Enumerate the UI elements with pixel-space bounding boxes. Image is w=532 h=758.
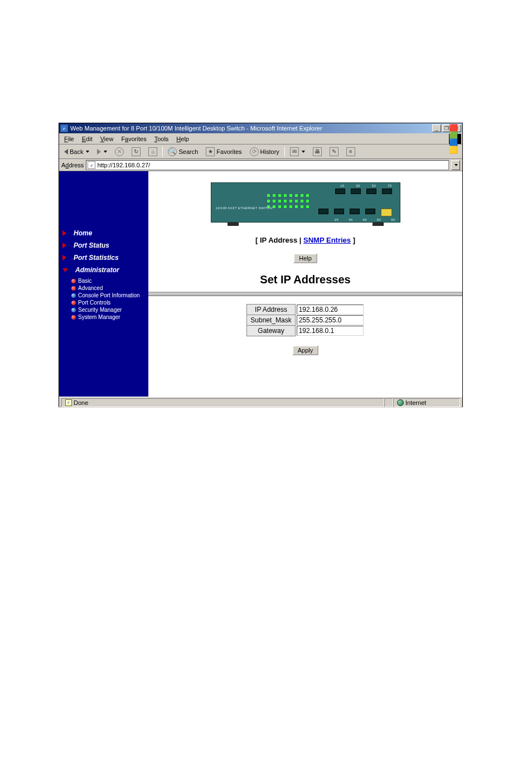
- favorites-icon: ★: [206, 147, 215, 156]
- switch-image: 1X3X5X7X 10/100 FAST ETHERNET SWITCH 2X4…: [211, 182, 400, 223]
- status-text: Done: [74, 399, 88, 406]
- edit-button[interactable]: ✎: [327, 146, 341, 157]
- address-field[interactable]: e http://192.168.0.27/: [86, 160, 449, 170]
- print-icon: 🖶: [313, 147, 322, 156]
- sidebar-item-port-statistics[interactable]: Port Statistics: [59, 252, 148, 264]
- gateway-field[interactable]: [297, 326, 364, 336]
- bullet-icon: [71, 293, 76, 298]
- sidebar-item-label: Port Status: [70, 240, 113, 250]
- mail-icon: ✉: [290, 147, 299, 156]
- sidebar-item-label: Administrator: [71, 265, 123, 275]
- gateway-label: Gateway: [247, 326, 295, 336]
- menu-view[interactable]: View: [96, 134, 118, 143]
- discuss-button[interactable]: ≡: [344, 146, 358, 157]
- divider-bar: [148, 292, 462, 296]
- chevron-down-icon: [454, 164, 458, 166]
- minimize-button[interactable]: _: [432, 124, 441, 132]
- submenu-security-manager[interactable]: Security Manager: [71, 306, 148, 313]
- subnet-mask-label: Subnet_Mask: [247, 315, 295, 326]
- sidebar-item-administrator[interactable]: Administrator: [59, 264, 148, 276]
- status-zone: Internet: [393, 398, 460, 407]
- help-button[interactable]: Help: [293, 253, 317, 263]
- print-button[interactable]: 🖶: [310, 146, 325, 157]
- sidebar-item-label: Home: [70, 228, 96, 238]
- ie-icon: e: [60, 124, 68, 132]
- menu-tools[interactable]: Tools: [151, 134, 173, 143]
- statusbar: e Done Internet: [59, 397, 462, 408]
- submenu-advanced[interactable]: Advanced: [71, 284, 148, 292]
- bullet-icon: [71, 301, 76, 305]
- subnet-mask-field[interactable]: [297, 315, 364, 325]
- arrow-left-icon: [64, 149, 68, 155]
- search-button[interactable]: 🔍Search: [165, 146, 201, 157]
- bullet-icon: [71, 279, 76, 283]
- submenu-port-controls[interactable]: Port Controls: [71, 299, 148, 306]
- windows-flag-icon: 🟥🟩🟦🟨: [449, 134, 461, 144]
- address-url: http://192.168.0.27/: [97, 162, 447, 168]
- search-icon: 🔍: [168, 147, 177, 156]
- page-heading: Set IP Addresses: [260, 273, 350, 286]
- submenu-console-port-information[interactable]: Console Port Information: [71, 292, 148, 299]
- globe-icon: [397, 399, 404, 406]
- submenu-basic[interactable]: Basic: [71, 277, 148, 284]
- titlebar: e Web Management for 8 Port 10/100M Inte…: [59, 123, 462, 133]
- apply-button[interactable]: Apply: [292, 345, 319, 355]
- sidebar: Home Port Status Port Statistics Adminis…: [59, 171, 148, 397]
- address-dropdown[interactable]: [451, 160, 460, 170]
- refresh-icon: ↻: [132, 147, 141, 156]
- history-icon: ⟳: [250, 147, 259, 156]
- menubar: File Edit View Favorites Tools Help 🟥🟩🟦🟨: [59, 133, 462, 144]
- home-button[interactable]: ⌂: [146, 146, 160, 157]
- sidebar-item-home[interactable]: Home: [59, 227, 148, 239]
- separator: [162, 147, 163, 157]
- refresh-button[interactable]: ↻: [129, 146, 143, 157]
- bullet-icon: [71, 315, 76, 320]
- switch-feet: [211, 223, 400, 226]
- sidebar-item-label: Port Statistics: [70, 253, 123, 263]
- tab-ip-address: IP Address: [260, 236, 297, 244]
- page-icon: e: [88, 161, 95, 169]
- chevron-down-icon: [86, 151, 89, 153]
- triangle-down-icon: [62, 268, 68, 272]
- triangle-right-icon: [62, 255, 66, 260]
- content-area: Home Port Status Port Statistics Adminis…: [59, 171, 462, 397]
- tab-links: [ IP Address | SNMP Entries ]: [255, 236, 355, 244]
- browser-window: e Web Management for 8 Port 10/100M Inte…: [59, 123, 463, 407]
- forward-button[interactable]: [94, 146, 110, 157]
- tab-snmp-entries[interactable]: SNMP Entries: [303, 236, 351, 244]
- menu-help[interactable]: Help: [172, 134, 193, 143]
- edit-icon: ✎: [330, 147, 338, 156]
- triangle-right-icon: [62, 243, 66, 248]
- ip-address-label: IP Address: [247, 305, 295, 315]
- favorites-button[interactable]: ★Favorites: [203, 146, 244, 157]
- main-panel: 1X3X5X7X 10/100 FAST ETHERNET SWITCH 2X4…: [148, 171, 462, 397]
- discuss-icon: ≡: [346, 147, 355, 156]
- menu-edit[interactable]: Edit: [78, 134, 96, 143]
- submenu-system-manager[interactable]: System Manager: [71, 313, 148, 321]
- zone-text: Internet: [405, 399, 426, 406]
- switch-model-label: 10/100 FAST ETHERNET SWITCH: [216, 206, 273, 210]
- document-icon: e: [65, 399, 72, 406]
- home-icon: ⌂: [148, 147, 157, 156]
- mail-button[interactable]: ✉: [287, 146, 308, 157]
- admin-submenu: Basic Advanced Console Port Information …: [59, 276, 148, 321]
- separator: [284, 147, 285, 157]
- status-left: e Done: [61, 398, 384, 407]
- ip-form: IP Address Subnet_Mask Gateway: [246, 304, 364, 336]
- arrow-right-icon: [97, 149, 101, 155]
- address-bar: Address e http://192.168.0.27/: [59, 159, 462, 171]
- bullet-icon: [71, 286, 76, 291]
- chevron-down-icon: [302, 151, 305, 153]
- sidebar-item-port-status[interactable]: Port Status: [59, 239, 148, 252]
- status-middle: [384, 398, 393, 407]
- ip-address-field[interactable]: [297, 305, 364, 315]
- menu-favorites[interactable]: Favorites: [117, 134, 150, 143]
- stop-button[interactable]: ✕: [112, 146, 127, 157]
- triangle-right-icon: [62, 230, 66, 236]
- history-button[interactable]: ⟳History: [247, 146, 282, 157]
- back-button[interactable]: Back: [61, 146, 92, 157]
- menu-file[interactable]: File: [60, 134, 78, 143]
- window-title: Web Management for 8 Port 10/100M Intell…: [70, 125, 432, 132]
- stop-icon: ✕: [115, 147, 124, 156]
- bullet-icon: [71, 308, 76, 312]
